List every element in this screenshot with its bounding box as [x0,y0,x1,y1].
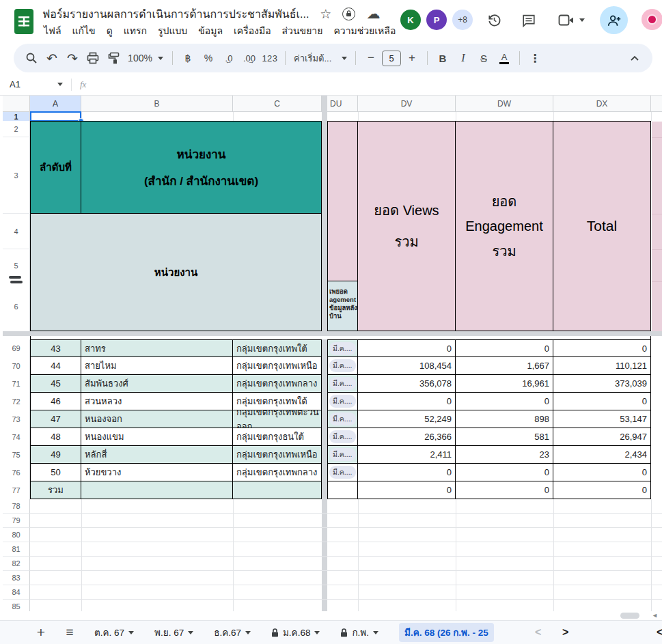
cell-district-group[interactable]: กลุ่มเขตกรุงธนใต้ [233,428,322,446]
cell-engagement[interactable]: 0 [456,339,553,357]
tab-scroll-left-icon[interactable]: < [535,626,541,639]
frozen-row-divider[interactable] [3,331,662,336]
header-cell-du-top[interactable] [327,121,358,281]
select-all-corner[interactable] [3,96,30,112]
increase-font-size-icon[interactable]: + [402,48,422,68]
star-icon[interactable]: ☆ [320,6,331,22]
cell-total[interactable]: 0 [553,339,651,357]
cell-total-label[interactable]: รวม [30,481,81,499]
cell-district-name[interactable]: หนองจอก [81,410,233,428]
access-lock-icon[interactable] [342,8,355,20]
strikethrough-icon[interactable]: S [474,48,493,68]
cell-views[interactable]: 0 [358,464,456,481]
increase-decimal-icon[interactable]: .00→ [240,48,259,68]
collaborator-avatar-p[interactable]: P [426,10,447,30]
cell-engagement[interactable]: 0 [456,464,553,481]
print-icon[interactable] [83,48,102,68]
header-cell-org2[interactable]: หน่วยงาน [30,214,322,331]
cell-total[interactable]: 0 [553,464,651,481]
cell-month[interactable]: มี.ค.... [327,339,358,357]
document-title[interactable]: ฟอร์มรายงานผลการดำเนินการด้านการประชาสัม… [42,5,309,23]
cell-district-name[interactable]: สายไหม [81,357,233,375]
scrollbar-step-icon[interactable]: ◄ [652,612,658,619]
row-header-83[interactable]: 83 [3,571,30,585]
column-header-dx[interactable]: DX [553,96,651,112]
redo-icon[interactable]: ↷ [63,48,82,68]
percent-format-icon[interactable]: % [199,48,218,68]
sheet-tab-2[interactable]: ธ.ค.67 [214,625,251,640]
sheet-tab-caret[interactable] [373,631,378,634]
row-number[interactable]: 72 [3,393,30,410]
cell-views[interactable]: 0 [358,393,456,410]
comments-icon[interactable] [521,13,536,28]
tab-scroll-right-icon[interactable]: > [562,626,568,639]
font-size-input[interactable]: 5 [382,51,401,66]
row-header-84[interactable]: 84 [3,585,30,600]
sheets-logo-icon[interactable] [14,9,33,34]
cell-month[interactable]: มี.ค.... [327,428,358,446]
name-box[interactable]: A1 [0,79,63,89]
row-number[interactable]: 73 [3,410,30,428]
sheet-tab-caret[interactable] [314,631,320,634]
cloud-status-icon[interactable]: ☁✓ [366,7,380,20]
header-cell-engagement[interactable]: ยอดEngagementรวม [456,121,553,331]
cell-month[interactable]: มี.ค.... [327,446,358,464]
cell-grand-total[interactable]: 0 [553,481,651,499]
cell-engagement[interactable]: 581 [456,428,553,446]
header-cell-org[interactable]: หน่วยงาน (สำนัก / สำนักงานเขต) [81,121,322,214]
collapse-toolbar-icon[interactable] [625,48,644,68]
edge-chevron-icon[interactable]: < [657,626,662,639]
freeze-rows-handle-2[interactable] [10,281,23,283]
cell-views[interactable]: 52,249 [358,410,456,428]
cell-total[interactable]: 26,947 [553,428,651,446]
cell-views-total[interactable]: 0 [358,481,456,499]
row-header-82[interactable]: 82 [3,557,30,571]
cell-district-group[interactable]: กลุ่มเขตกรุงเทพกลาง [233,464,322,481]
cell-month[interactable]: มี.ค.... [327,393,358,410]
sheet-tab-caret[interactable] [188,631,193,634]
share-button[interactable] [600,6,628,34]
cell-district-name[interactable]: สาทร [81,339,233,357]
row-number[interactable]: 74 [3,428,30,446]
menu-item-7[interactable]: ส่วนขยาย [277,22,328,40]
row-header-3[interactable]: 3 [3,137,30,214]
row-header-80[interactable]: 80 [3,528,30,542]
cell-district-name[interactable]: หลักสี่ [81,446,233,464]
cell-month[interactable]: มี.ค.... [327,464,358,481]
formula-input[interactable] [86,74,662,95]
column-header-dv[interactable]: DV [358,96,456,112]
cell-month[interactable]: มี.ค.... [327,375,358,393]
row-header-78[interactable]: 78 [3,499,30,514]
cell-total[interactable]: 110,121 [553,357,651,375]
cell-empty[interactable] [233,481,322,499]
month-chip[interactable]: มี.ค.... [329,412,356,425]
version-history-icon[interactable] [486,12,502,28]
cell-engagement[interactable]: 16,961 [456,375,553,393]
month-chip[interactable]: มี.ค.... [329,466,356,479]
selected-cell-a1[interactable] [30,111,81,122]
cell-district-group[interactable]: กลุ่มเขตกรุงเทพเหนือ [233,357,322,375]
decrease-decimal-icon[interactable]: .0← [219,48,238,68]
month-chip[interactable]: มี.ค.... [329,359,356,372]
menu-item-1[interactable]: แก้ไข [68,22,100,40]
more-formats-icon[interactable]: 123 [260,48,279,68]
italic-icon[interactable]: I [454,48,473,68]
menu-item-3[interactable]: แทรก [119,22,152,40]
more-options-icon[interactable]: ⋮ [525,48,544,68]
cell-index[interactable]: 49 [30,446,81,464]
header-cell-total[interactable]: Total [553,121,651,331]
cell-district-name[interactable]: หนองแขม [81,428,233,446]
cell-index[interactable]: 46 [30,393,81,410]
horizontal-scrollbar[interactable]: ◄ [3,611,662,620]
cell-index[interactable]: 47 [30,410,81,428]
cell-views[interactable]: 26,366 [358,428,456,446]
cell-index[interactable]: 43 [30,339,81,357]
row-number[interactable]: 77 [3,481,30,499]
row-number[interactable]: 76 [3,464,30,481]
decrease-font-size-icon[interactable]: − [361,48,381,68]
column-header-partial[interactable] [651,96,662,112]
sheet-tab-3[interactable]: ม.ค.68 [271,625,320,640]
cell-index[interactable]: 50 [30,464,81,481]
cell-empty[interactable] [327,481,358,499]
sheet-tab-4[interactable]: ก.พ. [340,625,378,640]
